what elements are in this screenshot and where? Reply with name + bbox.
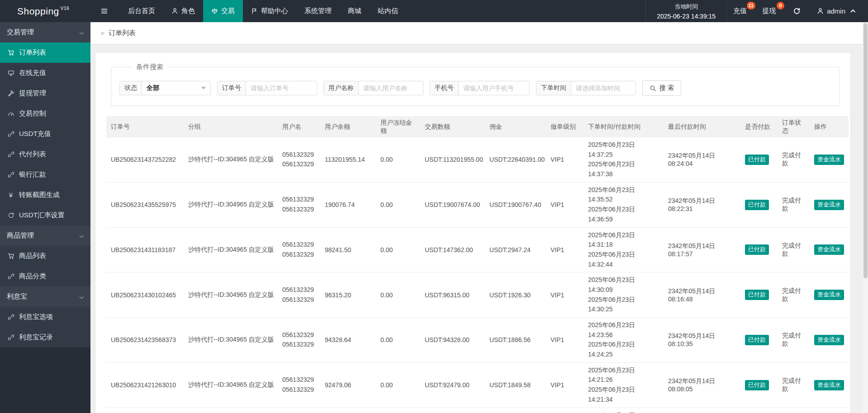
cell-group: 沙特代打--ID:304965 自定义版 — [184, 227, 278, 272]
order-time-input[interactable] — [571, 81, 636, 95]
cell-group: 沙特代打--ID:304965 自定义版 — [184, 362, 278, 408]
sidebar-item-label: USDT汇率设置 — [19, 211, 65, 220]
cell-last-pay-time: 2342年05月14日 08:07:43 — [664, 408, 740, 413]
search-icon — [650, 85, 656, 92]
cell-commission: USDT:1886.56 — [485, 318, 546, 363]
refresh-button[interactable] — [785, 0, 809, 22]
sidebar-item-利息宝记录[interactable]: 利息宝记录 — [0, 327, 90, 347]
nav-item-交易[interactable]: 交易 — [203, 0, 243, 22]
fund-flow-button[interactable]: 资金流水 — [814, 335, 844, 345]
nav-item-label: 角色 — [181, 7, 195, 15]
sidebar-item-USDT汇率设置[interactable]: USDT汇率设置 — [0, 205, 90, 225]
filter-username: 用户名称 — [323, 81, 423, 95]
cell-order-status: 完成付款 — [778, 362, 810, 408]
column-header: 操作 — [810, 116, 849, 137]
table-row: UB2506231421047979沙特代打--ID:304965 自定义版05… — [106, 408, 849, 413]
sidebar-item-商品分类[interactable]: 商品分类 — [0, 266, 90, 286]
sidebar-group-label: 交易管理 — [7, 28, 34, 37]
column-header: 交易数额 — [420, 116, 485, 137]
sidebar-item-代付列表[interactable]: 代付列表 — [0, 144, 90, 164]
username-input[interactable] — [359, 81, 423, 95]
username: admin — [827, 7, 845, 15]
cell-order-pay-time: 2025年06月23日 14:30:092025年06月23日 14:30:25 — [583, 272, 664, 318]
fund-flow-button[interactable]: 资金流水 — [814, 200, 844, 210]
sidebar-item-利息宝选项[interactable]: 利息宝选项 — [0, 307, 90, 327]
sidebar-item-商品列表[interactable]: 商品列表 — [0, 246, 90, 266]
status-select[interactable]: 全部 — [142, 81, 210, 95]
cell-paid: 已付款 — [740, 272, 778, 318]
sidebar-group-label: 利息宝 — [7, 292, 27, 301]
paid-badge: 已付款 — [745, 155, 769, 165]
order-time-label: 下单时间 — [536, 81, 571, 95]
cell-amount: USDT:96315.00 — [420, 272, 485, 318]
cell-action: 资金流水 — [810, 137, 849, 182]
cell-amount: USDT:92479.00 — [420, 362, 485, 408]
cell-frozen: 0.00 — [376, 408, 420, 413]
sidebar-group-交易管理[interactable]: 交易管理 — [0, 22, 90, 42]
cell-username: 056132329056132329 — [278, 362, 320, 408]
chevron-up-icon — [850, 9, 855, 14]
sidebar-group-利息宝[interactable]: 利息宝 — [0, 286, 90, 307]
scrollbar-thumb[interactable] — [863, 23, 868, 278]
user-menu[interactable]: admin — [809, 0, 868, 22]
nav-item-商城[interactable]: 商城 — [340, 0, 370, 22]
cell-paid: 已付款 — [740, 408, 778, 413]
status-selected-value: 全部 — [147, 84, 159, 92]
cell-level: VIP1 — [546, 272, 583, 318]
sidebar-group-商品管理[interactable]: 商品管理 — [0, 225, 90, 246]
cell-group: 沙特代打--ID:304965 自定义版 — [184, 408, 278, 413]
cell-order-pay-time: 2025年06月23日 14:31:182025年06月23日 14:32:44 — [583, 227, 664, 272]
cell-commission: USDT:1813.30 — [485, 408, 546, 413]
sidebar-item-在线充值[interactable]: 在线充值 — [0, 63, 90, 83]
recharge-nav-item[interactable]: 充值 11 — [727, 0, 756, 22]
sidebar: 交易管理订单列表在线充值提现管理交易控制USDT充值代付列表银行汇款¥转账截图生… — [0, 22, 90, 413]
cell-username: 056132329056132329 — [278, 227, 320, 272]
fund-flow-button[interactable]: 资金流水 — [814, 290, 844, 300]
fund-flow-button[interactable]: 资金流水 — [814, 244, 844, 255]
table-row: UB2506231431183187沙特代打--ID:304965 自定义版05… — [106, 227, 849, 272]
sidebar-item-订单列表[interactable]: 订单列表 — [0, 42, 90, 63]
sidebar-item-USDT充值[interactable]: USDT充值 — [0, 124, 90, 144]
table-header-row: 订单号分组用户名用户余额用户冻结金额交易数额佣金做单级别下单时间/付款时间最后付… — [106, 116, 849, 137]
cell-last-pay-time: 2342年05月14日 08:17:57 — [664, 227, 740, 272]
page-title: 订单列表 — [109, 29, 136, 38]
cell-action: 资金流水 — [810, 272, 849, 318]
order-no-input[interactable] — [246, 81, 317, 95]
table-row: UB2506231430102465沙特代打--ID:304965 自定义版05… — [106, 272, 849, 318]
filter-phone: 手机号 — [430, 81, 530, 95]
nav-item-角色[interactable]: 角色 — [163, 0, 203, 22]
content-card: 条件搜索 状态 全部 订单号 用户名称 — [95, 52, 851, 413]
phone-input[interactable] — [459, 81, 529, 95]
sidebar-item-label: 利息宝选项 — [19, 313, 53, 321]
nav-item-站内信[interactable]: 站内信 — [370, 0, 406, 22]
local-time: 当地时间 2025-06-23 14:39:15 — [645, 0, 727, 22]
paid-badge: 已付款 — [745, 200, 769, 210]
sidebar-item-label: 商品列表 — [19, 252, 46, 260]
search-legend: 条件搜索 — [132, 63, 167, 71]
chevron-down-icon — [201, 87, 206, 89]
sidebar-item-交易控制[interactable]: 交易控制 — [0, 103, 90, 124]
search-button[interactable]: 搜 索 — [642, 80, 681, 96]
withdraw-nav-item[interactable]: 提现 0 — [756, 0, 785, 22]
sidebar-collapse-button[interactable] — [90, 0, 118, 22]
local-time-value: 2025-06-23 14:39:15 — [657, 13, 716, 20]
page-scrollbar[interactable] — [863, 22, 868, 413]
sidebar-item-银行汇款[interactable]: 银行汇款 — [0, 164, 90, 185]
fund-flow-button[interactable]: 资金流水 — [814, 380, 844, 390]
cell-order-no: UB2506231431183187 — [106, 227, 184, 272]
cell-paid: 已付款 — [740, 227, 778, 272]
sidebar-item-提现管理[interactable]: 提现管理 — [0, 83, 90, 103]
sidebar-item-转账截图生成[interactable]: ¥转账截图生成 — [0, 185, 90, 205]
withdraw-label: 提现 — [762, 7, 776, 15]
nav-item-后台首页[interactable]: 后台首页 — [120, 0, 163, 22]
fund-flow-button[interactable]: 资金流水 — [814, 155, 844, 165]
app-logo[interactable]: Shopping V16 — [0, 0, 90, 22]
nav-item-帮助中心[interactable]: 帮助中心 — [243, 0, 296, 22]
cell-balance: 96315.20 — [320, 272, 376, 318]
column-header: 用户余额 — [320, 116, 376, 137]
cell-paid: 已付款 — [740, 318, 778, 363]
nav-item-系统管理[interactable]: 系统管理 — [296, 0, 340, 22]
link-icon — [8, 151, 14, 158]
filter-status: 状态 全部 — [119, 81, 211, 95]
cell-group: 沙特代打--ID:304965 自定义版 — [184, 272, 278, 318]
